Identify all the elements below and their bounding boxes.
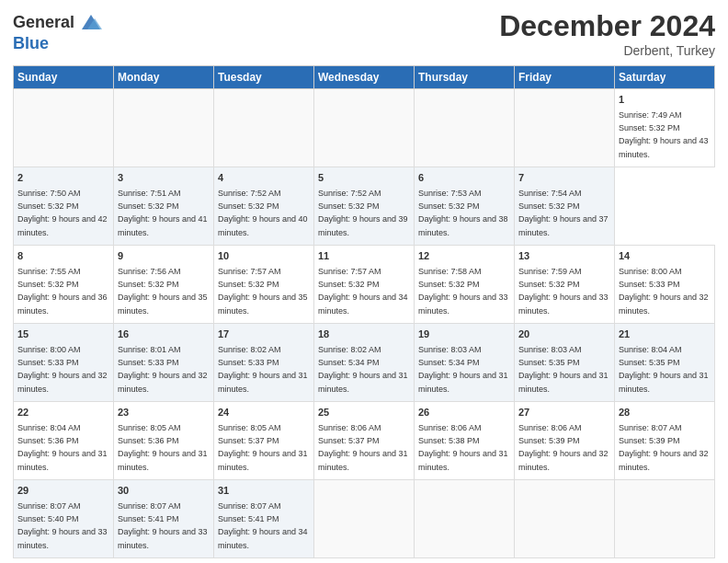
day-info: Sunrise: 7:56 AMSunset: 5:32 PMDaylight:…: [118, 267, 208, 315]
calendar-cell: 18 Sunrise: 8:02 AMSunset: 5:34 PMDaylig…: [314, 324, 415, 402]
calendar-cell: 13 Sunrise: 7:59 AMSunset: 5:32 PMDaylig…: [515, 246, 615, 324]
calendar-cell: 27 Sunrise: 8:06 AMSunset: 5:39 PMDaylig…: [515, 402, 615, 480]
day-info: Sunrise: 8:05 AMSunset: 5:37 PMDaylight:…: [218, 423, 308, 471]
calendar-cell: 31 Sunrise: 8:07 AMSunset: 5:41 PMDaylig…: [214, 480, 314, 558]
header-wednesday: Wednesday: [314, 66, 415, 89]
day-info: Sunrise: 7:58 AMSunset: 5:32 PMDaylight:…: [418, 267, 508, 315]
calendar-cell: 9 Sunrise: 7:56 AMSunset: 5:32 PMDayligh…: [114, 246, 214, 324]
calendar-cell: 28 Sunrise: 8:07 AMSunset: 5:39 PMDaylig…: [615, 402, 715, 480]
day-number: 20: [518, 327, 610, 341]
day-info: Sunrise: 8:07 AMSunset: 5:41 PMDaylight:…: [118, 501, 208, 549]
logo-area: General Blue: [13, 9, 104, 52]
day-number: 13: [518, 249, 610, 263]
week-row-4: 15 Sunrise: 8:00 AMSunset: 5:33 PMDaylig…: [14, 324, 715, 402]
day-info: Sunrise: 8:06 AMSunset: 5:37 PMDaylight:…: [318, 423, 408, 471]
header-row: Sunday Monday Tuesday Wednesday Thursday…: [14, 66, 715, 89]
calendar-cell: 23 Sunrise: 8:05 AMSunset: 5:36 PMDaylig…: [114, 402, 214, 480]
day-number: 29: [17, 484, 109, 498]
calendar-cell: [214, 89, 314, 167]
day-info: Sunrise: 7:54 AMSunset: 5:32 PMDaylight:…: [518, 189, 609, 236]
day-info: Sunrise: 8:05 AMSunset: 5:36 PMDaylight:…: [118, 423, 208, 471]
day-number: 9: [118, 249, 210, 263]
calendar-cell: 7 Sunrise: 7:54 AMSunset: 5:32 PMDayligh…: [515, 167, 615, 246]
day-number: 21: [619, 327, 711, 341]
calendar-cell: [314, 480, 415, 558]
calendar-cell: 17 Sunrise: 8:02 AMSunset: 5:33 PMDaylig…: [214, 324, 314, 402]
day-number: 5: [318, 171, 410, 185]
day-number: 18: [318, 327, 410, 341]
day-number: 16: [118, 327, 210, 341]
day-number: 2: [17, 171, 109, 185]
day-info: Sunrise: 7:57 AMSunset: 5:32 PMDaylight:…: [318, 267, 408, 315]
day-info: Sunrise: 8:07 AMSunset: 5:39 PMDaylight:…: [619, 423, 709, 471]
page: General Blue December 2024 Derbent, Turk…: [0, 0, 728, 563]
day-number: 27: [518, 406, 610, 419]
week-row-2: 2 Sunrise: 7:50 AMSunset: 5:32 PMDayligh…: [14, 167, 715, 246]
day-number: 24: [218, 406, 310, 419]
calendar-cell: 25 Sunrise: 8:06 AMSunset: 5:37 PMDaylig…: [314, 402, 415, 480]
calendar-cell: 3 Sunrise: 7:51 AMSunset: 5:32 PMDayligh…: [114, 167, 214, 246]
header-saturday: Saturday: [615, 66, 715, 89]
calendar-cell: 12 Sunrise: 7:58 AMSunset: 5:32 PMDaylig…: [415, 246, 515, 324]
day-info: Sunrise: 8:07 AMSunset: 5:41 PMDaylight:…: [218, 501, 308, 549]
logo-blue: Blue: [13, 35, 104, 52]
day-info: Sunrise: 7:55 AMSunset: 5:32 PMDaylight:…: [17, 267, 108, 315]
calendar-cell: 19 Sunrise: 8:03 AMSunset: 5:34 PMDaylig…: [415, 324, 515, 402]
calendar-cell: 14 Sunrise: 8:00 AMSunset: 5:33 PMDaylig…: [615, 246, 715, 324]
day-info: Sunrise: 7:50 AMSunset: 5:32 PMDaylight:…: [17, 189, 108, 236]
calendar-cell: 2 Sunrise: 7:50 AMSunset: 5:32 PMDayligh…: [14, 167, 114, 246]
day-info: Sunrise: 8:07 AMSunset: 5:40 PMDaylight:…: [17, 501, 108, 549]
day-number: 6: [418, 171, 510, 185]
header-thursday: Thursday: [415, 66, 515, 89]
day-info: Sunrise: 8:03 AMSunset: 5:34 PMDaylight:…: [418, 345, 508, 393]
day-number: 19: [418, 327, 510, 341]
day-number: 23: [118, 406, 210, 419]
day-info: Sunrise: 8:06 AMSunset: 5:39 PMDaylight:…: [518, 423, 609, 471]
day-number: 31: [218, 484, 310, 498]
day-number: 26: [418, 406, 510, 419]
day-number: 10: [218, 249, 310, 263]
day-number: 28: [619, 406, 711, 419]
day-number: 30: [118, 484, 210, 498]
day-number: 3: [118, 171, 210, 185]
calendar-cell: 16 Sunrise: 8:01 AMSunset: 5:33 PMDaylig…: [114, 324, 214, 402]
calendar-cell: [415, 89, 515, 167]
day-number: 11: [318, 249, 410, 263]
calendar-cell: 11 Sunrise: 7:57 AMSunset: 5:32 PMDaylig…: [314, 246, 415, 324]
day-info: Sunrise: 7:53 AMSunset: 5:32 PMDaylight:…: [418, 189, 508, 236]
week-row-5: 22 Sunrise: 8:04 AMSunset: 5:36 PMDaylig…: [14, 402, 715, 480]
day-info: Sunrise: 7:52 AMSunset: 5:32 PMDaylight:…: [318, 189, 408, 236]
header-tuesday: Tuesday: [214, 66, 314, 89]
calendar-cell: 20 Sunrise: 8:03 AMSunset: 5:35 PMDaylig…: [515, 324, 615, 402]
calendar-cell: [14, 89, 114, 167]
calendar-cell: 10 Sunrise: 7:57 AMSunset: 5:32 PMDaylig…: [214, 246, 314, 324]
day-info: Sunrise: 7:51 AMSunset: 5:32 PMDaylight:…: [118, 189, 208, 236]
calendar-cell: [615, 480, 715, 558]
calendar-cell: 1 Sunrise: 7:49 AMSunset: 5:32 PMDayligh…: [615, 89, 715, 167]
calendar-cell: [515, 480, 615, 558]
day-info: Sunrise: 7:57 AMSunset: 5:32 PMDaylight:…: [218, 267, 308, 315]
day-number: 7: [518, 171, 610, 185]
day-number: 15: [17, 327, 109, 341]
header: General Blue December 2024 Derbent, Turk…: [13, 9, 715, 58]
logo-text: General Blue: [13, 9, 104, 52]
header-friday: Friday: [515, 66, 615, 89]
day-number: 4: [218, 171, 310, 185]
calendar-cell: 29 Sunrise: 8:07 AMSunset: 5:40 PMDaylig…: [14, 480, 114, 558]
day-info: Sunrise: 8:03 AMSunset: 5:35 PMDaylight:…: [518, 345, 609, 393]
calendar-table: Sunday Monday Tuesday Wednesday Thursday…: [13, 65, 715, 558]
day-info: Sunrise: 8:00 AMSunset: 5:33 PMDaylight:…: [17, 345, 108, 393]
day-info: Sunrise: 8:04 AMSunset: 5:35 PMDaylight:…: [619, 345, 709, 393]
week-row-3: 8 Sunrise: 7:55 AMSunset: 5:32 PMDayligh…: [14, 246, 715, 324]
logo-general: General: [13, 14, 74, 30]
calendar-cell: [415, 480, 515, 558]
day-number: 25: [318, 406, 410, 419]
calendar-cell: 26 Sunrise: 8:06 AMSunset: 5:38 PMDaylig…: [415, 402, 515, 480]
calendar-cell: 6 Sunrise: 7:53 AMSunset: 5:32 PMDayligh…: [415, 167, 515, 246]
calendar-cell: 24 Sunrise: 8:05 AMSunset: 5:37 PMDaylig…: [214, 402, 314, 480]
calendar-cell: 8 Sunrise: 7:55 AMSunset: 5:32 PMDayligh…: [14, 246, 114, 324]
logo-icon: [78, 9, 104, 35]
calendar-cell: 21 Sunrise: 8:04 AMSunset: 5:35 PMDaylig…: [615, 324, 715, 402]
header-sunday: Sunday: [14, 66, 114, 89]
day-number: 22: [17, 406, 109, 419]
